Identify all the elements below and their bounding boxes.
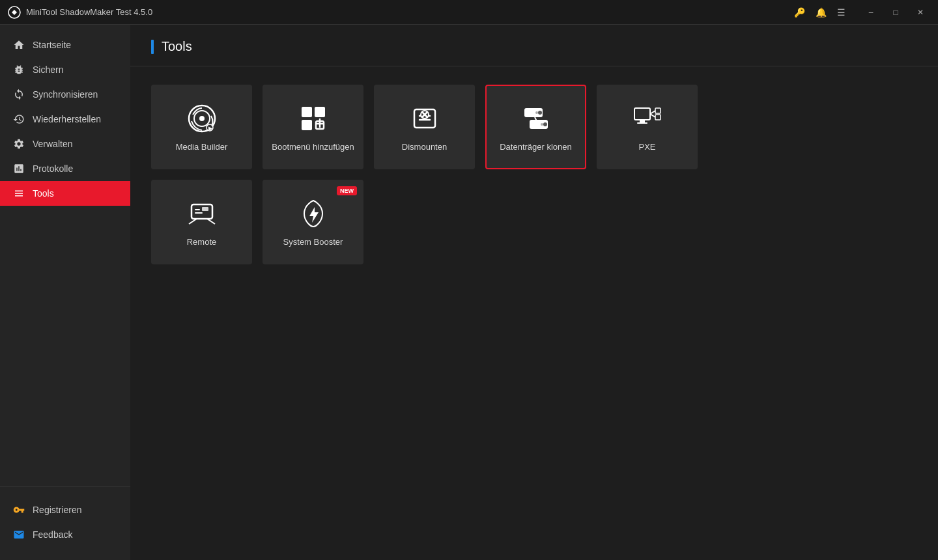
- tool-label-bootmenu: Bootmenü hinzufügen: [272, 142, 354, 152]
- titlebar-key-icon[interactable]: 🔑: [794, 7, 805, 18]
- svg-text:▶: ▶: [208, 126, 213, 132]
- log-icon: [13, 163, 25, 175]
- tools-grid: ▶ Media Builder: [130, 66, 938, 283]
- minimize-button[interactable]: –: [861, 3, 881, 21]
- bootmenu-icon: [298, 103, 329, 134]
- new-badge: NEW: [337, 186, 357, 195]
- sidebar-label-wiederherstellen: Wiederherstellen: [33, 114, 101, 124]
- titlebar-menu-icon[interactable]: ☰: [837, 7, 846, 18]
- manage-icon: [13, 138, 25, 150]
- svg-rect-27: [655, 108, 661, 113]
- header-accent-bar: [151, 40, 154, 54]
- sidebar-item-startseite[interactable]: Startseite: [0, 33, 130, 57]
- tools-icon: [13, 188, 25, 199]
- clone-icon: [520, 103, 552, 134]
- app-logo: MiniTool ShadowMaker Test 4.5.0: [8, 6, 794, 19]
- pxe-icon: [632, 103, 663, 134]
- restore-icon: [13, 113, 25, 125]
- system-booster-icon: [298, 198, 329, 229]
- svg-rect-8: [302, 120, 312, 130]
- svg-rect-22: [634, 108, 650, 120]
- svg-rect-7: [315, 107, 325, 117]
- sidebar-label-synchronisieren: Synchronisieren: [33, 89, 98, 100]
- sidebar-label-registrieren: Registrieren: [33, 505, 81, 515]
- tool-card-media-builder[interactable]: ▶ Media Builder: [151, 85, 252, 169]
- title-bar: MiniTool ShadowMaker Test 4.5.0 🔑 🔔 ☰ – …: [0, 0, 938, 25]
- backup-icon: [13, 64, 25, 76]
- svg-line-26: [650, 114, 655, 117]
- sidebar: Startseite Sichern Synchronisieren Wiede…: [0, 25, 130, 560]
- envelope-icon: [13, 529, 25, 540]
- sidebar-label-tools: Tools: [33, 188, 54, 199]
- tool-card-dismounten[interactable]: Dismounten: [374, 85, 475, 169]
- tool-card-system-booster[interactable]: NEW System Booster: [263, 180, 363, 264]
- svg-point-20: [543, 122, 547, 126]
- main-content: Tools ▶: [130, 25, 938, 560]
- page-header: Tools: [130, 25, 938, 66]
- sidebar-item-verwalten[interactable]: Verwalten: [0, 132, 130, 156]
- sidebar-item-feedback[interactable]: Feedback: [0, 522, 130, 547]
- svg-rect-29: [192, 204, 212, 219]
- sidebar-footer: Registrieren Feedback: [0, 486, 130, 560]
- tool-label-dismounten: Dismounten: [402, 142, 447, 152]
- svg-rect-23: [640, 120, 645, 122]
- title-bar-controls: 🔑 🔔 ☰ – □ ✕: [794, 3, 930, 21]
- svg-point-18: [535, 111, 538, 114]
- tool-label-datentraeger-klonen: Datenträger klonen: [500, 142, 572, 152]
- sidebar-label-protokolle: Protokolle: [33, 163, 73, 174]
- tool-card-datentraeger-klonen[interactable]: Datenträger klonen: [485, 85, 586, 169]
- svg-rect-28: [655, 115, 661, 120]
- sidebar-label-sichern: Sichern: [33, 64, 63, 75]
- tool-card-bootmenu[interactable]: Bootmenü hinzufügen: [263, 85, 363, 169]
- tool-card-pxe[interactable]: PXE: [597, 85, 698, 169]
- sidebar-item-sichern[interactable]: Sichern: [0, 57, 130, 82]
- sidebar-item-tools[interactable]: Tools: [0, 181, 130, 206]
- svg-rect-24: [637, 122, 647, 124]
- page-title: Tools: [162, 39, 192, 54]
- svg-point-3: [199, 116, 205, 121]
- tool-card-remote[interactable]: Remote: [151, 180, 252, 264]
- sync-icon: [13, 89, 25, 100]
- svg-point-21: [541, 123, 543, 126]
- home-icon: [13, 39, 25, 51]
- sidebar-item-protokolle[interactable]: Protokolle: [0, 156, 130, 181]
- tool-label-remote: Remote: [187, 237, 217, 247]
- svg-point-17: [538, 111, 542, 115]
- sidebar-item-synchronisieren[interactable]: Synchronisieren: [0, 82, 130, 107]
- sidebar-item-registrieren[interactable]: Registrieren: [0, 497, 130, 522]
- titlebar-bell-icon[interactable]: 🔔: [816, 7, 827, 18]
- tools-row-1: ▶ Media Builder: [151, 85, 917, 169]
- sidebar-label-feedback: Feedback: [33, 529, 72, 540]
- window-controls: – □ ✕: [861, 3, 930, 21]
- key-icon: [13, 504, 25, 516]
- tool-label-pxe: PXE: [638, 142, 655, 152]
- svg-rect-6: [302, 107, 312, 117]
- sidebar-label-startseite: Startseite: [33, 40, 71, 50]
- tool-label-media-builder: Media Builder: [176, 142, 228, 152]
- svg-line-25: [650, 111, 655, 114]
- tools-row-2: Remote NEW System Booster: [151, 180, 917, 264]
- sidebar-item-wiederherstellen[interactable]: Wiederherstellen: [0, 107, 130, 132]
- dismounten-icon: [409, 103, 440, 134]
- svg-rect-32: [202, 207, 208, 211]
- sidebar-nav: Startseite Sichern Synchronisieren Wiede…: [0, 25, 130, 486]
- media-builder-icon: ▶: [186, 103, 218, 134]
- remote-icon: [186, 198, 218, 229]
- tool-label-system-booster: System Booster: [283, 237, 343, 247]
- maximize-button[interactable]: □: [886, 3, 905, 21]
- app-title: MiniTool ShadowMaker Test 4.5.0: [26, 7, 152, 17]
- close-button[interactable]: ✕: [911, 3, 930, 21]
- sidebar-label-verwalten: Verwalten: [33, 139, 72, 149]
- app-body: Startseite Sichern Synchronisieren Wiede…: [0, 25, 938, 560]
